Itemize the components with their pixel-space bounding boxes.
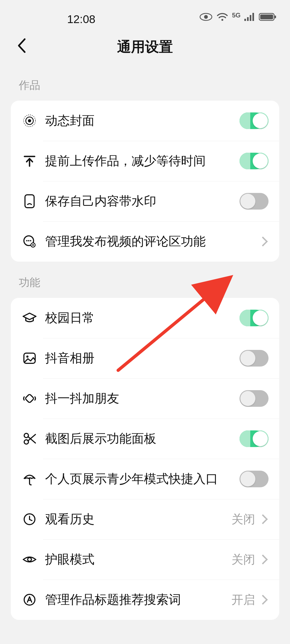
target-icon — [21, 113, 38, 129]
status-bar: 12:08 5G — [0, 0, 290, 30]
eye-icon — [199, 12, 213, 21]
toggle-pre-upload[interactable] — [240, 153, 269, 169]
svg-point-1 — [204, 15, 208, 19]
row-label: 个人页展示青少年模式快捷入口 — [38, 471, 240, 487]
svg-rect-9 — [275, 16, 276, 18]
status-icons: 5G — [199, 12, 277, 21]
header: 通用设置 — [0, 30, 290, 64]
row-trailing: 关闭 — [231, 511, 269, 527]
row-manage-comments[interactable]: 管理我发布视频的评论区功能 — [11, 221, 279, 262]
toggle-screenshot-panel[interactable] — [240, 430, 269, 447]
clock-icon — [21, 511, 38, 527]
toggle-save-watermark[interactable] — [240, 193, 269, 210]
section-label-features: 功能 — [0, 262, 290, 298]
svg-rect-23 — [25, 394, 34, 403]
toggle-teen-shortcut[interactable] — [240, 471, 269, 487]
scissors-icon — [21, 431, 38, 447]
row-label: 提前上传作品，减少等待时间 — [38, 153, 240, 169]
chevron-right-icon — [258, 595, 268, 605]
row-label: 截图后展示功能面板 — [38, 431, 240, 447]
card-features: 校园日常 抖音相册 抖一抖加朋友 — [11, 298, 279, 620]
row-label: 观看历史 — [38, 511, 231, 527]
row-trailing: 关闭 — [231, 552, 269, 568]
row-manage-keywords[interactable]: 管理作品标题推荐搜索词 开启 — [11, 580, 279, 620]
graduation-cap-icon — [21, 310, 38, 326]
card-works: 动态封面 提前上传作品，减少等待时间 保存自己内容带水印 — [11, 101, 279, 262]
back-button[interactable] — [11, 35, 32, 56]
image-icon — [21, 350, 38, 366]
row-label: 保存自己内容带水印 — [38, 193, 240, 209]
section-label-works: 作品 — [0, 64, 290, 101]
status-time: 12:08 — [67, 13, 95, 26]
svg-rect-8 — [260, 14, 273, 19]
row-watch-history[interactable]: 观看历史 关闭 — [11, 499, 279, 539]
row-label: 抖音相册 — [38, 350, 240, 366]
svg-rect-5 — [250, 15, 251, 21]
chevron-right-icon — [258, 555, 268, 565]
row-value: 开启 — [231, 592, 255, 608]
signal-icon — [244, 12, 255, 21]
shake-icon — [21, 390, 38, 407]
network-label: 5G — [232, 12, 241, 19]
row-campus-daily[interactable]: 校园日常 — [11, 298, 279, 338]
row-label: 管理我发布视频的评论区功能 — [38, 233, 259, 250]
toggle-campus-daily[interactable] — [240, 310, 269, 326]
row-teen-shortcut[interactable]: 个人页展示青少年模式快捷入口 — [11, 459, 279, 499]
upload-icon — [21, 153, 38, 169]
chevron-left-icon — [17, 38, 26, 54]
row-label: 护眼模式 — [38, 551, 231, 568]
row-label: 校园日常 — [38, 310, 240, 326]
toggle-douyin-album[interactable] — [240, 350, 269, 367]
toggle-shake-friend[interactable] — [240, 390, 269, 407]
svg-point-10 — [28, 119, 31, 122]
row-pre-upload[interactable]: 提前上传作品，减少等待时间 — [11, 141, 279, 181]
row-value: 关闭 — [231, 552, 255, 568]
eye-icon — [21, 551, 38, 568]
toggle-dynamic-cover[interactable] — [240, 112, 269, 129]
page-title: 通用设置 — [0, 38, 290, 56]
svg-point-22 — [26, 356, 28, 358]
row-eye-care[interactable]: 护眼模式 关闭 — [11, 539, 279, 580]
row-trailing: 开启 — [231, 592, 269, 608]
phone-icon — [21, 193, 38, 209]
row-label: 管理作品标题推荐搜索词 — [38, 592, 231, 608]
letter-a-icon — [21, 592, 38, 608]
svg-rect-4 — [247, 17, 249, 21]
row-trailing — [259, 238, 269, 245]
row-shake-friend[interactable]: 抖一抖加朋友 — [11, 378, 279, 419]
comment-settings-icon — [21, 233, 38, 250]
svg-rect-3 — [244, 19, 246, 21]
wifi-icon — [216, 12, 228, 21]
row-screenshot-panel[interactable]: 截图后展示功能面板 — [11, 419, 279, 459]
row-label: 抖一抖加朋友 — [38, 390, 240, 407]
row-value: 关闭 — [231, 511, 255, 527]
row-douyin-album[interactable]: 抖音相册 — [11, 338, 279, 378]
svg-point-18 — [30, 240, 31, 241]
svg-point-29 — [28, 558, 31, 561]
row-save-watermark[interactable]: 保存自己内容带水印 — [11, 181, 279, 221]
chevron-right-icon — [258, 237, 268, 247]
svg-rect-14 — [25, 195, 34, 208]
row-label: 动态封面 — [38, 113, 240, 129]
chevron-right-icon — [258, 514, 268, 524]
svg-point-17 — [28, 240, 30, 241]
svg-point-20 — [32, 244, 34, 246]
svg-rect-6 — [252, 13, 254, 21]
battery-icon — [259, 12, 277, 21]
umbrella-icon — [21, 471, 38, 487]
row-dynamic-cover[interactable]: 动态封面 — [11, 101, 279, 141]
svg-point-2 — [221, 19, 223, 21]
svg-point-16 — [26, 240, 28, 241]
